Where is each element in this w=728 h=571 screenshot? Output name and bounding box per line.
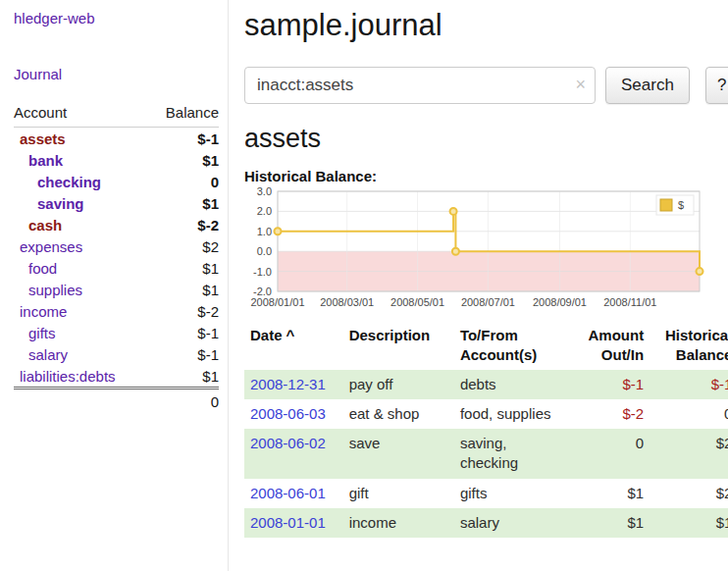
register-description-cell: save bbox=[343, 429, 454, 479]
register-date-link[interactable]: 2008-06-02 bbox=[250, 435, 326, 451]
account-name-cell: food bbox=[14, 257, 148, 279]
account-row: income$-2 bbox=[14, 300, 219, 322]
register-row: 2008-01-01incomesalary$1$1 bbox=[244, 508, 728, 538]
y-tick-label: 3.0 bbox=[257, 186, 272, 197]
register-date-cell: 2008-06-03 bbox=[244, 399, 343, 429]
account-balance-cell: $1 bbox=[148, 365, 219, 389]
account-name-cell: liabilities:debts bbox=[14, 365, 148, 389]
register-date-link[interactable]: 2008-06-03 bbox=[250, 405, 326, 422]
accounts-header-line2: Account(s) bbox=[460, 345, 563, 365]
register-header-description: Description bbox=[343, 322, 454, 370]
register-balance-cell: $2 bbox=[650, 479, 728, 508]
account-link[interactable]: salary bbox=[28, 346, 68, 363]
journal-link[interactable]: Journal bbox=[14, 66, 62, 82]
account-row: liabilities:debts$1 bbox=[14, 365, 219, 389]
register-accounts-cell: saving, checking bbox=[454, 429, 569, 479]
account-link[interactable]: assets bbox=[20, 130, 66, 147]
account-link[interactable]: bank bbox=[28, 152, 63, 169]
account-balance-cell: $-2 bbox=[148, 214, 219, 235]
account-balance-cell: $-1 bbox=[148, 322, 219, 343]
clear-search-icon[interactable]: × bbox=[575, 75, 586, 94]
balance-header-line1: Historical bbox=[655, 326, 728, 345]
x-tick-label: 2008/01/01 bbox=[250, 296, 304, 308]
account-link[interactable]: expenses bbox=[20, 238, 82, 255]
account-link[interactable]: gifts bbox=[28, 325, 56, 341]
account-link[interactable]: income bbox=[20, 303, 67, 320]
account-heading: assets bbox=[244, 124, 728, 154]
y-tick-label: 2.0 bbox=[257, 205, 272, 217]
sidebar: hledger-web Journal Account Balance asse… bbox=[0, 0, 229, 571]
x-tick-label: 2008/05/01 bbox=[390, 296, 444, 308]
data-point-marker bbox=[275, 228, 282, 234]
account-balance-cell: $-1 bbox=[148, 343, 219, 365]
accounts-total-row: 0 bbox=[14, 389, 219, 413]
x-tick-label: 2008/09/01 bbox=[533, 296, 587, 308]
account-row: bank$1 bbox=[14, 149, 219, 171]
balance-header-line2: Balance bbox=[655, 345, 728, 365]
help-button[interactable]: ? bbox=[705, 67, 728, 104]
account-balance-cell: $1 bbox=[148, 192, 219, 214]
account-link[interactable]: checking bbox=[37, 174, 101, 190]
register-row: 2008-06-02savesaving, checking0$2 bbox=[244, 429, 728, 479]
search-button[interactable]: Search bbox=[605, 67, 690, 104]
account-link[interactable]: liabilities:debts bbox=[20, 368, 116, 385]
account-link[interactable]: supplies bbox=[28, 282, 82, 298]
account-link[interactable]: food bbox=[28, 260, 57, 277]
data-point-marker bbox=[452, 248, 459, 255]
x-tick-label: 2008/07/01 bbox=[461, 296, 515, 308]
register-description-cell: pay off bbox=[343, 370, 454, 399]
account-link[interactable]: saving bbox=[37, 195, 84, 212]
register-balance-cell: $1 bbox=[650, 508, 728, 538]
account-row: salary$-1 bbox=[14, 343, 219, 365]
account-row: cash$-2 bbox=[14, 214, 219, 235]
sort-ascending-icon: ^ bbox=[286, 327, 295, 343]
register-date-cell: 2008-12-31 bbox=[244, 370, 343, 399]
register-date-link[interactable]: 2008-01-01 bbox=[250, 514, 326, 531]
register-row: 2008-06-01giftgifts$1$2 bbox=[244, 479, 728, 508]
register-row: 2008-06-03eat & shopfood, supplies$-20 bbox=[244, 399, 728, 429]
accounts-header-line1: To/From bbox=[460, 326, 563, 345]
register-date-link[interactable]: 2008-06-01 bbox=[250, 485, 326, 501]
brand-link[interactable]: hledger-web bbox=[14, 10, 95, 26]
search-form: × Search ? bbox=[244, 67, 728, 104]
register-table: Date^ Description To/From Account(s) Amo… bbox=[244, 322, 728, 538]
account-link[interactable]: cash bbox=[28, 217, 62, 234]
register-date-link[interactable]: 2008-12-31 bbox=[250, 376, 326, 392]
date-header-label: Date bbox=[250, 327, 283, 343]
y-tick-label: -1.0 bbox=[253, 266, 272, 278]
register-row: 2008-12-31pay offdebts$-1$-1 bbox=[244, 370, 728, 399]
register-accounts-cell: food, supplies bbox=[454, 399, 569, 429]
register-header-balance: Historical Balance bbox=[650, 322, 728, 370]
register-description-cell: gift bbox=[343, 479, 454, 508]
account-balance-cell: $-1 bbox=[148, 128, 219, 150]
account-name-cell: saving bbox=[14, 192, 148, 214]
register-amount-cell: $-2 bbox=[569, 399, 650, 429]
page-title: sample.journal bbox=[244, 8, 728, 43]
register-amount-cell: 0 bbox=[569, 429, 650, 479]
account-name-cell: income bbox=[14, 300, 148, 322]
accounts-table: Account Balance assets$-1bank$1checking0… bbox=[14, 102, 219, 413]
main-content: sample.journal × Search ? assets Histori… bbox=[229, 0, 728, 571]
account-balance-cell: $1 bbox=[148, 279, 219, 300]
accounts-total-value: 0 bbox=[148, 389, 219, 413]
account-name-cell: assets bbox=[14, 128, 148, 150]
y-tick-label: 0.0 bbox=[257, 245, 272, 257]
account-name-cell: salary bbox=[14, 343, 148, 365]
account-name-cell: bank bbox=[14, 149, 148, 171]
register-date-cell: 2008-06-01 bbox=[244, 479, 343, 508]
search-box: × bbox=[244, 67, 596, 104]
register-amount-cell: $1 bbox=[569, 479, 650, 508]
amount-header-line1: Amount bbox=[575, 326, 644, 345]
search-input[interactable] bbox=[244, 67, 596, 104]
legend-label: $ bbox=[678, 199, 684, 211]
account-row: saving$1 bbox=[14, 192, 219, 214]
account-name-cell: expenses bbox=[14, 235, 148, 257]
register-accounts-cell: debts bbox=[454, 370, 569, 399]
register-amount-cell: $1 bbox=[569, 508, 650, 538]
balance-chart-svg: 3.02.01.00.0-1.0-2.02008/01/012008/03/01… bbox=[244, 186, 707, 314]
account-name-cell: checking bbox=[14, 171, 148, 192]
register-accounts-cell: gifts bbox=[454, 479, 569, 508]
account-balance-cell: $1 bbox=[148, 149, 219, 171]
register-date-cell: 2008-01-01 bbox=[244, 508, 343, 538]
register-header-date[interactable]: Date^ bbox=[244, 322, 343, 370]
